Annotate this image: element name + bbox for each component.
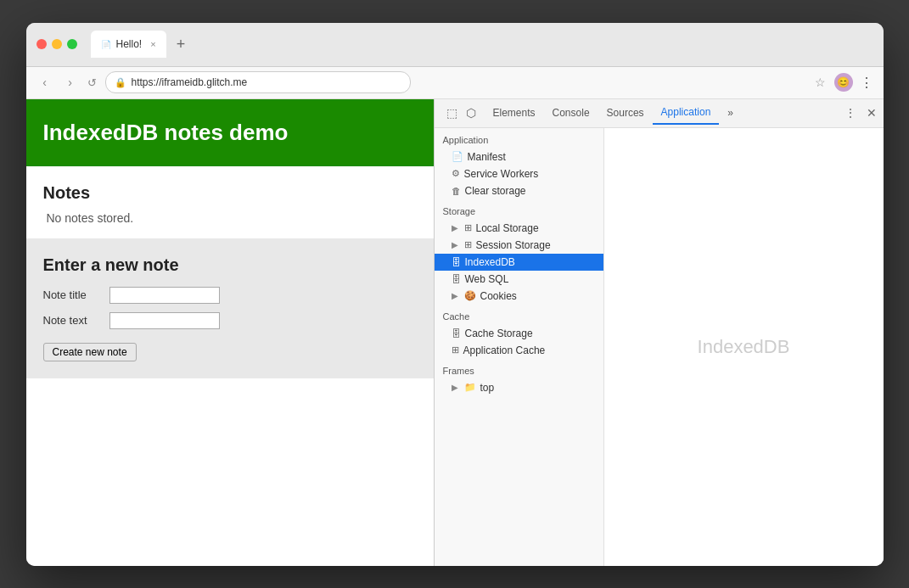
- note-title-label: Note title: [43, 288, 103, 301]
- indexeddb-icon: 🗄: [452, 257, 461, 267]
- tab-application[interactable]: Application: [653, 101, 720, 125]
- browser-window: 📄 Hello! × + ‹ › ↺ 🔒 https://iframeidb.g…: [26, 23, 884, 566]
- local-storage-label: Local Storage: [476, 222, 539, 234]
- cookies-arrow-icon: ▶: [452, 291, 458, 300]
- note-title-input[interactable]: [109, 287, 220, 304]
- devtools-main-label: IndexedDB: [698, 336, 790, 358]
- web-sql-icon: 🗄: [452, 274, 461, 284]
- url-bar[interactable]: 🔒 https://iframeidb.glitch.me: [105, 71, 411, 93]
- top-frame-arrow-icon: ▶: [452, 383, 458, 392]
- address-bar: ‹ › ↺ 🔒 https://iframeidb.glitch.me ☆ 😊 …: [26, 67, 884, 99]
- clear-storage-label: Clear storage: [465, 185, 526, 197]
- sidebar-item-local-storage[interactable]: ▶ ⊞ Local Storage: [435, 220, 603, 237]
- page-main-title: IndexedDB notes demo: [43, 120, 417, 146]
- user-avatar[interactable]: 😊: [834, 73, 853, 92]
- web-sql-label: Web SQL: [465, 273, 509, 285]
- top-frame-icon: 📁: [464, 382, 476, 393]
- service-workers-icon: ⚙: [452, 168, 460, 179]
- indexeddb-label: IndexedDB: [465, 256, 515, 268]
- local-storage-arrow-icon: ▶: [452, 223, 458, 232]
- session-storage-arrow-icon: ▶: [452, 240, 458, 249]
- sidebar-item-application-cache[interactable]: ⊞ Application Cache: [435, 342, 603, 359]
- tab-console[interactable]: Console: [544, 102, 598, 124]
- tab-elements[interactable]: Elements: [485, 102, 544, 124]
- devtools-body: Application 📄 Manifest ⚙ Service Workers…: [435, 128, 884, 566]
- cookies-label: Cookies: [480, 290, 517, 302]
- devtools-close-icon[interactable]: ✕: [863, 104, 880, 121]
- no-notes-text: No notes stored.: [43, 211, 417, 225]
- sidebar-item-manifest[interactable]: 📄 Manifest: [435, 148, 603, 165]
- cache-storage-icon: 🗄: [452, 328, 461, 339]
- refresh-button[interactable]: ↺: [87, 76, 97, 89]
- top-frame-label: top: [480, 382, 495, 394]
- cache-storage-label: Cache Storage: [465, 328, 533, 339]
- browser-actions: 😊 ⋮: [834, 73, 873, 92]
- maximize-button[interactable]: [67, 39, 77, 49]
- devtools-main-panel: IndexedDB: [604, 128, 884, 566]
- manifest-label: Manifest: [468, 151, 506, 163]
- application-cache-icon: ⊞: [452, 344, 459, 356]
- sidebar-item-cookies[interactable]: ▶ 🍪 Cookies: [435, 288, 603, 305]
- close-button[interactable]: [36, 39, 47, 49]
- tab-sources[interactable]: Sources: [598, 102, 653, 124]
- page-body: Notes No notes stored. Enter a new note …: [26, 166, 434, 395]
- browser-menu-icon[interactable]: ⋮: [860, 75, 873, 91]
- device-toolbar-icon[interactable]: ⬡: [463, 104, 480, 121]
- page-content: IndexedDB notes demo Notes No notes stor…: [26, 99, 434, 566]
- clear-storage-icon: 🗑: [452, 186, 461, 196]
- browser-tab[interactable]: 📄 Hello! ×: [91, 31, 166, 58]
- note-text-row: Note text: [43, 312, 417, 329]
- enter-note-section: Enter a new note Note title Note text Cr…: [26, 238, 434, 378]
- lock-icon: 🔒: [115, 77, 126, 88]
- notes-section: Notes No notes stored.: [43, 183, 417, 225]
- page-header: IndexedDB notes demo: [26, 99, 434, 166]
- sidebar-item-session-storage[interactable]: ▶ ⊞ Session Storage: [435, 237, 603, 254]
- create-note-button[interactable]: Create new note: [43, 343, 137, 361]
- sidebar-item-top-frame[interactable]: ▶ 📁 top: [435, 379, 603, 396]
- devtools-actions: ⋮ ✕: [841, 104, 880, 121]
- application-section-header: Application: [435, 128, 603, 148]
- note-text-input[interactable]: [109, 312, 220, 329]
- title-bar: 📄 Hello! × +: [26, 23, 884, 67]
- application-cache-label: Application Cache: [463, 344, 546, 356]
- tab-more[interactable]: »: [719, 102, 742, 124]
- content-area: IndexedDB notes demo Notes No notes stor…: [26, 99, 884, 566]
- cookies-icon: 🍪: [464, 290, 476, 301]
- notes-heading: Notes: [43, 183, 417, 203]
- note-text-label: Note text: [43, 314, 103, 327]
- tab-title: Hello!: [116, 38, 143, 50]
- enter-note-heading: Enter a new note: [43, 255, 417, 275]
- traffic-lights: [36, 39, 77, 49]
- sidebar-item-cache-storage[interactable]: 🗄 Cache Storage: [435, 325, 603, 342]
- back-button[interactable]: ‹: [36, 76, 53, 89]
- frames-section-header: Frames: [435, 359, 603, 379]
- session-storage-icon: ⊞: [464, 239, 472, 250]
- session-storage-label: Session Storage: [476, 239, 551, 251]
- note-title-row: Note title: [43, 287, 417, 304]
- service-workers-label: Service Workers: [464, 168, 539, 180]
- devtools-top-icons: ⬚ ⬡: [438, 104, 485, 121]
- forward-button[interactable]: ›: [62, 76, 79, 89]
- storage-section-header: Storage: [435, 199, 603, 220]
- tab-favicon-icon: 📄: [101, 40, 111, 49]
- devtools-sidebar: Application 📄 Manifest ⚙ Service Workers…: [435, 128, 604, 566]
- bookmark-icon[interactable]: ☆: [815, 76, 826, 89]
- tab-bar: 📄 Hello! × +: [91, 31, 873, 58]
- new-tab-button[interactable]: +: [170, 32, 193, 57]
- url-text: https://iframeidb.glitch.me: [132, 76, 248, 88]
- devtools-panel: ⬚ ⬡ Elements Console Sources Application…: [434, 99, 884, 566]
- tab-close-icon[interactable]: ×: [150, 39, 155, 49]
- local-storage-icon: ⊞: [464, 222, 472, 233]
- devtools-options-icon[interactable]: ⋮: [841, 104, 860, 121]
- inspect-element-icon[interactable]: ⬚: [443, 104, 461, 121]
- sidebar-item-indexeddb[interactable]: 🗄 IndexedDB: [435, 254, 603, 271]
- minimize-button[interactable]: [52, 39, 62, 49]
- devtools-tab-bar: ⬚ ⬡ Elements Console Sources Application…: [435, 99, 884, 128]
- sidebar-item-clear-storage[interactable]: 🗑 Clear storage: [435, 182, 603, 199]
- manifest-icon: 📄: [452, 151, 463, 162]
- sidebar-item-web-sql[interactable]: 🗄 Web SQL: [435, 271, 603, 288]
- sidebar-item-service-workers[interactable]: ⚙ Service Workers: [435, 165, 603, 182]
- cache-section-header: Cache: [435, 305, 603, 325]
